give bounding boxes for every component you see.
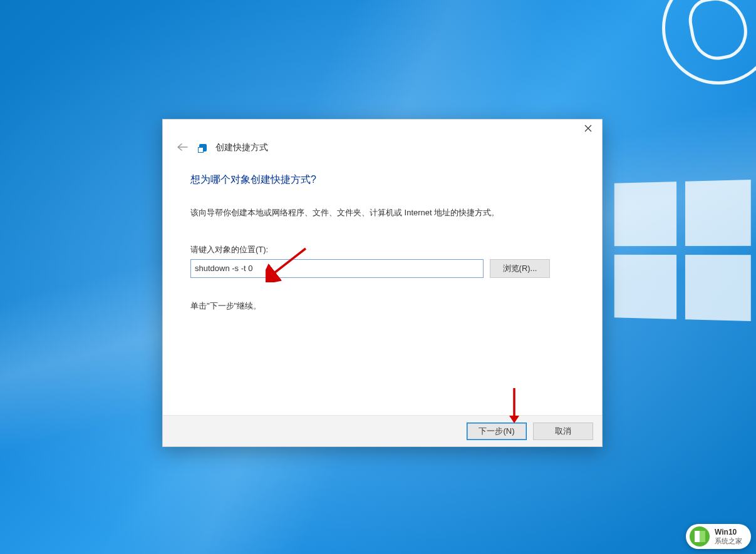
back-arrow-icon[interactable] — [174, 140, 190, 156]
brand-text: Win10 系统之家 — [715, 528, 742, 544]
location-input[interactable] — [190, 259, 484, 278]
dialog-body: 想为哪个对象创建快捷方式? 该向导帮你创建本地或网络程序、文件、文件夹、计算机或… — [163, 160, 602, 415]
brand-line1: Win10 — [715, 528, 742, 536]
shortcut-icon — [199, 144, 207, 151]
brand-logo-icon — [690, 526, 710, 546]
location-input-row: 浏览(R)... — [190, 259, 574, 278]
brand-badge: Win10 系统之家 — [686, 524, 751, 549]
wizard-description: 该向导帮你创建本地或网络程序、文件、文件夹、计算机或 Internet 地址的快… — [190, 207, 574, 219]
continue-instruction: 单击"下一步"继续。 — [190, 300, 574, 312]
dialog-titlebar — [163, 120, 602, 141]
browse-button[interactable]: 浏览(R)... — [490, 259, 550, 278]
wizard-question: 想为哪个对象创建快捷方式? — [190, 173, 574, 187]
brand-line2: 系统之家 — [715, 537, 742, 545]
dialog-header: 创建快捷方式 — [163, 141, 602, 160]
close-icon — [584, 124, 592, 134]
dialog-footer: 下一步(N) 取消 — [163, 415, 602, 446]
windows-logo-decoration — [614, 180, 751, 321]
dialog-title: 创建快捷方式 — [215, 142, 268, 153]
location-input-label: 请键入对象的位置(T): — [190, 244, 574, 255]
next-button[interactable]: 下一步(N) — [467, 423, 527, 440]
close-button[interactable] — [574, 120, 602, 138]
cancel-button[interactable]: 取消 — [533, 423, 593, 440]
create-shortcut-dialog: 创建快捷方式 想为哪个对象创建快捷方式? 该向导帮你创建本地或网络程序、文件、文… — [162, 119, 603, 447]
